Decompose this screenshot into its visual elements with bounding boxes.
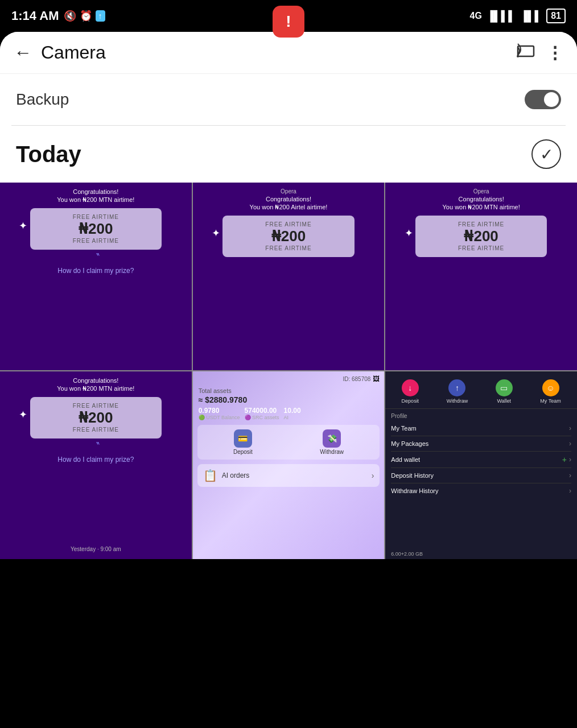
image-icon: 🖼 <box>373 375 380 383</box>
withdraw-history-item[interactable]: Withdraw History › <box>391 483 571 498</box>
screenshot-cell-3[interactable]: Opera Congratulations! You won ₦200 MTN … <box>385 183 577 370</box>
deposit-history-chevron: › <box>569 471 571 479</box>
wallet-action-label: Wallet <box>497 398 511 404</box>
network-label: 4G <box>470 11 482 21</box>
withdraw-action-label: Withdraw <box>447 398 468 404</box>
airtime-ticket-2: FREE AIRTIME ₦200 FREE AIRTIME <box>222 216 354 257</box>
airtime-header-3: Congratulations! <box>459 196 504 202</box>
usdt-value: 0.9780 <box>199 407 220 415</box>
my-team-chevron: › <box>569 424 571 432</box>
myteam-action-label: My Team <box>540 398 560 404</box>
withdraw-history-chevron: › <box>569 487 571 495</box>
screenshot-cell-4[interactable]: Congratulations! You won ₦200 MTN airtim… <box>0 371 192 559</box>
deposit-icon: 💳 <box>238 434 248 443</box>
sparkle-icon-1: ✦ <box>19 220 27 232</box>
withdraw-button[interactable]: 💸 Withdraw <box>320 429 344 455</box>
profile-menu: Profile My Team › My Packages › Add wall… <box>385 409 577 500</box>
airtime-header-4: Congratulations! <box>73 377 118 384</box>
deposit-id-row: ID: 685708 🖼 <box>193 371 385 386</box>
profile-section-title: Profile <box>391 411 571 421</box>
deposit-icon-circle: ↓ <box>402 379 419 396</box>
chevron-down-icon-1: 〝 <box>92 252 100 262</box>
wallet-icon-circle: ▭ <box>496 379 513 396</box>
checkmark-icon: ✓ <box>531 139 561 169</box>
sparkle-icon-3: ✦ <box>405 227 413 239</box>
today-label: Today <box>16 142 81 167</box>
deposit-button[interactable]: 💳 Deposit <box>233 429 253 455</box>
screenshot-cell-6[interactable]: ↓ Deposit ↑ Withdraw ▭ Wallet ☺ My Team <box>385 371 577 559</box>
storage-note: 6.00+2.00 GB <box>385 549 577 559</box>
app-container: ← Camera ⋮ Backup Today ✓ C <box>0 32 577 559</box>
add-wallet-plus-icon: + <box>562 455 567 464</box>
alarm-icon: ⏰ <box>80 10 92 22</box>
airtime-subheader-3: You won ₦200 MTN airtime! <box>443 204 520 211</box>
screenshot-cell-1[interactable]: Congratulations! You won ₦200 MTN airtim… <box>0 183 192 370</box>
my-packages-chevron: › <box>569 440 571 448</box>
back-button[interactable]: ← <box>14 42 32 63</box>
airtime-ticket-4: FREE AIRTIME ₦200 FREE AIRTIME <box>30 397 162 439</box>
today-row: Today ✓ <box>0 126 577 183</box>
screenshot-cell-2[interactable]: Opera Congratulations! You won ₦200 Airt… <box>193 183 385 370</box>
app-header: ← Camera ⋮ <box>0 32 577 74</box>
backup-label: Backup <box>16 90 69 109</box>
opera-tag-3: Opera <box>473 188 489 195</box>
ai-label: AI <box>284 415 289 420</box>
battery-indicator: 81 <box>546 9 566 23</box>
header-actions: ⋮ <box>517 43 563 63</box>
src-value: 574000.00 <box>245 407 277 415</box>
deposit-actions: 💳 Deposit 💸 Withdraw <box>197 425 380 460</box>
withdraw-icon: 💸 <box>327 434 337 443</box>
screenshot-grid: Congratulations! You won ₦200 MTN airtim… <box>0 183 577 559</box>
mute-icon: 🔇 <box>64 10 76 22</box>
add-wallet-chevron: › <box>569 456 571 464</box>
more-options-icon[interactable]: ⋮ <box>546 44 563 61</box>
airtime-subheader-4: You won ₦200 MTN airtime! <box>57 385 134 392</box>
src-label: 🟣 SRC assets <box>245 415 279 420</box>
deposit-history-item[interactable]: Deposit History › <box>391 468 571 483</box>
backup-toggle[interactable] <box>525 90 561 109</box>
deposit-id: ID: 685708 <box>343 376 370 382</box>
chevron-down-icon-4: 〝 <box>92 441 100 451</box>
airtime-ticket-3: FREE AIRTIME ₦200 FREE AIRTIME <box>415 216 547 257</box>
cast-icon[interactable] <box>517 43 535 63</box>
myteam-action[interactable]: ☺ My Team <box>540 379 560 404</box>
ai-orders-icon: 📋 <box>203 469 217 482</box>
withdraw-icon-circle: ↑ <box>448 379 465 396</box>
opera-tag-2: Opera <box>281 188 296 195</box>
add-wallet-item[interactable]: Add wallet + › <box>391 452 571 468</box>
signal-icon: ▐▌▌▌ <box>487 10 516 22</box>
how-to-claim-4[interactable]: How do I claim my prize? <box>57 456 134 464</box>
wallet-action[interactable]: ▭ Wallet <box>496 379 513 404</box>
svg-point-1 <box>517 55 519 57</box>
how-to-claim-1[interactable]: How do I claim my prize? <box>57 267 134 275</box>
ai-orders-label: AI orders <box>222 471 367 479</box>
time-display: 1:14 AM <box>11 9 59 23</box>
backup-row: Backup <box>0 74 577 125</box>
yesterday-label: Yesterday · 9:00 am <box>71 546 121 553</box>
total-assets-label: Total assets <box>193 386 385 395</box>
upload-icon: ↑ <box>96 10 105 22</box>
deposit-history-label: Deposit History <box>391 472 434 479</box>
my-team-item[interactable]: My Team › <box>391 421 571 436</box>
sparkle-icon-2: ✦ <box>212 227 220 239</box>
notification-banner: ! <box>273 6 304 38</box>
airtime-subheader-1: You won ₦200 MTN airtime! <box>57 196 134 204</box>
ai-orders-chevron: › <box>372 471 374 480</box>
airtime-ticket-1: FREE AIRTIME ₦200 FREE AIRTIME <box>30 208 162 250</box>
withdraw-label: Withdraw <box>320 449 344 455</box>
screenshot-cell-5[interactable]: ID: 685708 🖼 Total assets ≈ $2880.9780 0… <box>193 371 385 559</box>
page-title: Camera <box>41 42 517 63</box>
deposit-action[interactable]: ↓ Deposit <box>402 379 419 404</box>
my-packages-label: My Packages <box>391 440 428 447</box>
ai-value: 10.00 <box>284 407 301 415</box>
airtime-subheader-2: You won ₦200 Airtel airtime! <box>250 204 328 211</box>
myteam-icon-circle: ☺ <box>542 379 559 396</box>
total-assets-value: ≈ $2880.9780 <box>193 395 385 404</box>
my-packages-item[interactable]: My Packages › <box>391 436 571 452</box>
deposit-label: Deposit <box>233 449 253 455</box>
withdraw-history-label: Withdraw History <box>391 487 438 494</box>
ai-orders-row[interactable]: 📋 AI orders › <box>197 464 380 487</box>
airtime-header-1: Congratulations! <box>73 188 118 195</box>
withdraw-action[interactable]: ↑ Withdraw <box>447 379 468 404</box>
my-team-label: My Team <box>391 425 416 432</box>
